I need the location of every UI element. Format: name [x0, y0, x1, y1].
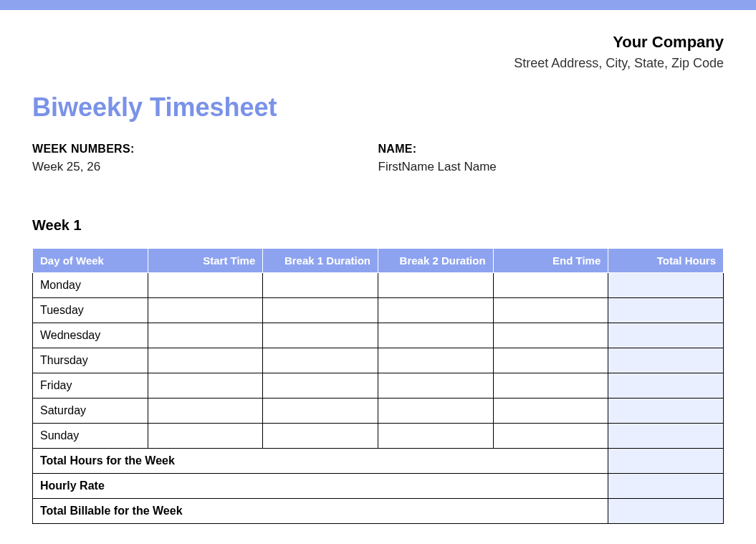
header-day: Day of Week: [33, 249, 148, 273]
summary-row-total-billable: Total Billable for the Week: [33, 499, 724, 524]
company-name: Your Company: [32, 33, 724, 52]
table-row: Thursday: [33, 348, 724, 373]
table-row: Sunday: [33, 424, 724, 449]
cell-wed-break2[interactable]: [378, 323, 493, 348]
cell-wed-total: [608, 323, 724, 348]
day-sunday: Sunday: [33, 424, 148, 449]
cell-sun-break2[interactable]: [378, 424, 493, 449]
cell-thu-break2[interactable]: [378, 348, 493, 373]
cell-mon-start[interactable]: [148, 273, 263, 298]
cell-sun-start[interactable]: [148, 424, 263, 449]
cell-tue-break2[interactable]: [378, 298, 493, 323]
header-end: End Time: [493, 249, 608, 273]
table-header-row: Day of Week Start Time Break 1 Duration …: [33, 249, 724, 273]
day-tuesday: Tuesday: [33, 298, 148, 323]
header-break1: Break 1 Duration: [263, 249, 378, 273]
cell-thu-total: [608, 348, 724, 373]
cell-thu-break1[interactable]: [263, 348, 378, 373]
header-start: Start Time: [148, 249, 263, 273]
cell-wed-break1[interactable]: [263, 323, 378, 348]
company-address: Street Address, City, State, Zip Code: [32, 56, 724, 71]
company-block: Your Company Street Address, City, State…: [32, 33, 724, 71]
cell-mon-break2[interactable]: [378, 273, 493, 298]
cell-sat-total: [608, 399, 724, 424]
cell-sat-start[interactable]: [148, 399, 263, 424]
table-row: Saturday: [33, 399, 724, 424]
cell-fri-total: [608, 373, 724, 399]
cell-fri-break1[interactable]: [263, 373, 378, 399]
cell-sun-break1[interactable]: [263, 424, 378, 449]
header-total: Total Hours: [608, 249, 724, 273]
summary-row-total-hours: Total Hours for the Week: [33, 449, 724, 474]
cell-wed-end[interactable]: [493, 323, 608, 348]
cell-sat-end[interactable]: [493, 399, 608, 424]
label-hourly-rate: Hourly Rate: [33, 474, 608, 499]
week1-heading: Week 1: [32, 217, 724, 234]
name-col: NAME: FirstName Last Name: [378, 143, 724, 174]
cell-sat-break2[interactable]: [378, 399, 493, 424]
week1-table: Day of Week Start Time Break 1 Duration …: [32, 248, 724, 524]
cell-wed-start[interactable]: [148, 323, 263, 348]
label-total-hours-week: Total Hours for the Week: [33, 449, 608, 474]
cell-mon-total: [608, 273, 724, 298]
cell-tue-start[interactable]: [148, 298, 263, 323]
day-thursday: Thursday: [33, 348, 148, 373]
name-label: NAME:: [378, 143, 724, 156]
cell-thu-start[interactable]: [148, 348, 263, 373]
value-total-hours-week: [608, 449, 724, 474]
day-saturday: Saturday: [33, 399, 148, 424]
summary-row-hourly-rate: Hourly Rate: [33, 474, 724, 499]
info-row: WEEK NUMBERS: Week 25, 26 NAME: FirstNam…: [32, 143, 724, 174]
cell-tue-end[interactable]: [493, 298, 608, 323]
week-numbers-col: WEEK NUMBERS: Week 25, 26: [32, 143, 378, 174]
cell-sun-end[interactable]: [493, 424, 608, 449]
label-total-billable: Total Billable for the Week: [33, 499, 608, 524]
cell-tue-total: [608, 298, 724, 323]
page-title: Biweekly Timesheet: [32, 92, 724, 123]
cell-sun-total: [608, 424, 724, 449]
week-numbers-value: Week 25, 26: [32, 160, 378, 174]
table-row: Monday: [33, 273, 724, 298]
cell-mon-break1[interactable]: [263, 273, 378, 298]
cell-fri-end[interactable]: [493, 373, 608, 399]
week-numbers-label: WEEK NUMBERS:: [32, 143, 378, 156]
table-row: Wednesday: [33, 323, 724, 348]
top-accent-bar: [0, 0, 756, 10]
cell-mon-end[interactable]: [493, 273, 608, 298]
cell-tue-break1[interactable]: [263, 298, 378, 323]
day-friday: Friday: [33, 373, 148, 399]
cell-fri-start[interactable]: [148, 373, 263, 399]
day-monday: Monday: [33, 273, 148, 298]
day-wednesday: Wednesday: [33, 323, 148, 348]
table-row: Tuesday: [33, 298, 724, 323]
value-hourly-rate[interactable]: [608, 474, 724, 499]
cell-fri-break2[interactable]: [378, 373, 493, 399]
value-total-billable: [608, 499, 724, 524]
cell-thu-end[interactable]: [493, 348, 608, 373]
header-break2: Break 2 Duration: [378, 249, 493, 273]
table-row: Friday: [33, 373, 724, 399]
cell-sat-break1[interactable]: [263, 399, 378, 424]
name-value: FirstName Last Name: [378, 160, 724, 174]
